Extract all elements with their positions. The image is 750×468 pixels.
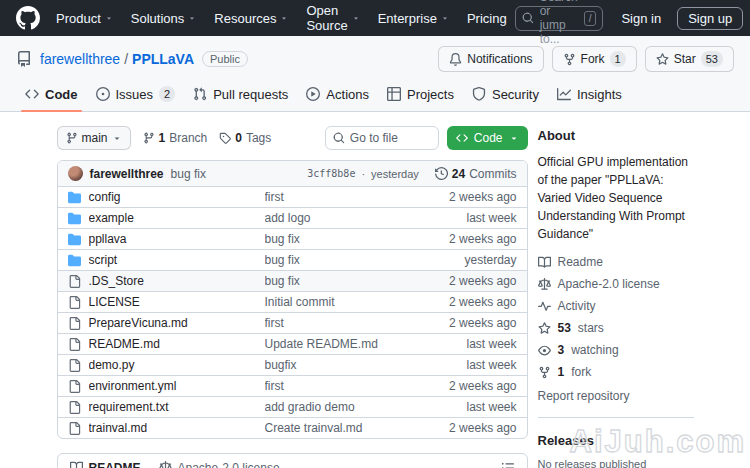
table-row[interactable]: trainval.md Create trainval.md 2 weeks a… — [58, 417, 527, 438]
file-name[interactable]: LICENSE — [89, 295, 257, 309]
releases-empty: No releases published — [538, 458, 694, 468]
star-label: Star — [674, 52, 696, 66]
file-name[interactable]: example — [89, 211, 257, 225]
table-row[interactable]: README.md Update README.md last week — [58, 333, 527, 354]
commit-author[interactable]: farewellthree — [90, 167, 164, 181]
github-logo-icon[interactable] — [16, 6, 40, 30]
eye-icon — [538, 344, 551, 357]
branch-toolbar: main 1 Branch 0 Tags — [57, 126, 528, 150]
sign-in-link[interactable]: Sign in — [621, 11, 661, 26]
file-name[interactable]: environment.yml — [89, 379, 257, 393]
nav-item-enterprise[interactable]: Enterprise — [378, 11, 449, 26]
global-search[interactable]: Search or jump to... / — [515, 6, 604, 31]
file-commit-message[interactable]: bugfix — [265, 358, 414, 372]
tab-pull-requests[interactable]: Pull requests — [184, 78, 297, 111]
repo-name-link[interactable]: PPLLaVA — [132, 51, 194, 67]
notifications-button[interactable]: Notifications — [438, 46, 543, 72]
readme-link[interactable]: Readme — [538, 255, 694, 269]
file-name[interactable]: PrepareVicuna.md — [89, 316, 257, 330]
code-icon — [456, 132, 468, 144]
code-download-button[interactable]: Code — [447, 126, 528, 150]
file-name[interactable]: requirement.txt — [89, 400, 257, 414]
file-commit-message[interactable]: first — [265, 316, 414, 330]
repo-owner-link[interactable]: farewellthree — [40, 51, 120, 67]
nav-item-resources[interactable]: Resources — [214, 11, 288, 26]
tab-security[interactable]: Security — [463, 78, 548, 111]
nav-item-label: Pricing — [467, 11, 507, 26]
file-commit-message[interactable]: add logo — [265, 211, 414, 225]
file-name[interactable]: ppllava — [89, 232, 257, 246]
commit-hash[interactable]: 3cff8b8e — [307, 168, 355, 179]
table-row[interactable]: demo.py bugfix last week — [58, 354, 527, 375]
file-commit-time: last week — [422, 337, 517, 351]
report-repository-link[interactable]: Report repository — [538, 389, 694, 403]
table-row[interactable]: LICENSE Initial commit 2 weeks ago — [58, 291, 527, 312]
file-commit-message[interactable]: first — [265, 379, 414, 393]
table-row[interactable]: config first 2 weeks ago — [58, 186, 527, 207]
watchers-label: watching — [571, 343, 618, 357]
code-column: main 1 Branch 0 Tags — [57, 126, 528, 468]
file-commit-message[interactable]: Initial commit — [265, 295, 414, 309]
notifications-label: Notifications — [467, 52, 532, 66]
nav-item-product[interactable]: Product — [56, 11, 113, 26]
file-name[interactable]: trainval.md — [89, 421, 257, 435]
file-name[interactable]: README.md — [89, 337, 257, 351]
nav-item-open-source[interactable]: Open Source — [306, 3, 359, 33]
site-header: ProductSolutionsResourcesOpen SourceEnte… — [0, 0, 750, 36]
activity-link[interactable]: Activity — [538, 299, 694, 313]
nav-item-solutions[interactable]: Solutions — [131, 11, 196, 26]
file-commit-message[interactable]: bug fix — [265, 274, 414, 288]
sign-up-button[interactable]: Sign up — [677, 7, 743, 30]
sidebar: About Official GPU implementation of the… — [538, 126, 694, 468]
forks-link[interactable]: 1 fork — [538, 365, 694, 379]
file-name[interactable]: config — [89, 190, 257, 204]
commit-message[interactable]: bug fix — [171, 167, 206, 181]
tab-insights[interactable]: Insights — [548, 78, 631, 111]
branches-link[interactable]: 1 Branch — [143, 131, 208, 145]
table-row[interactable]: requirement.txt add gradio demo last wee… — [58, 396, 527, 417]
tags-link[interactable]: 0 Tags — [219, 131, 271, 145]
avatar[interactable] — [68, 166, 83, 181]
file-name[interactable]: .DS_Store — [89, 274, 257, 288]
current-branch: main — [82, 131, 108, 145]
table-row[interactable]: .DS_Store bug fix 2 weeks ago — [58, 270, 527, 291]
table-row[interactable]: ppllava bug fix 2 weeks ago — [58, 228, 527, 249]
tag-icon — [219, 132, 231, 144]
tab-license[interactable]: Apache-2.0 license — [159, 454, 280, 468]
ref-info: 1 Branch 0 Tags — [143, 131, 272, 145]
go-to-file-input[interactable] — [325, 126, 439, 150]
watchers-link[interactable]: 3 watching — [538, 343, 694, 357]
nav-item-pricing[interactable]: Pricing — [467, 11, 507, 26]
nav-item-label: Enterprise — [378, 11, 437, 26]
book-icon — [70, 461, 83, 468]
releases-title[interactable]: Releases — [538, 433, 694, 448]
play-icon — [306, 87, 320, 101]
tab-issues[interactable]: Issues 2 — [87, 78, 185, 111]
fork-label: Fork — [581, 52, 605, 66]
file-commit-message[interactable]: bug fix — [265, 232, 414, 246]
file-commit-message[interactable]: first — [265, 190, 414, 204]
file-commit-time: 2 weeks ago — [422, 190, 517, 204]
tab-readme[interactable]: README — [70, 454, 141, 468]
fork-button[interactable]: Fork 1 — [552, 46, 637, 72]
table-row[interactable]: PrepareVicuna.md first 2 weeks ago — [58, 312, 527, 333]
file-commit-message[interactable]: Create trainval.md — [265, 421, 414, 435]
file-commit-message[interactable]: add gradio demo — [265, 400, 414, 414]
branch-selector[interactable]: main — [57, 126, 131, 150]
file-name[interactable]: demo.py — [89, 358, 257, 372]
file-commit-message[interactable]: Update README.md — [265, 337, 414, 351]
tab-projects[interactable]: Projects — [378, 78, 463, 111]
file-name[interactable]: script — [89, 253, 257, 267]
stars-link[interactable]: 53 stars — [538, 321, 694, 335]
table-row[interactable]: environment.yml first 2 weeks ago — [58, 375, 527, 396]
table-row[interactable]: example add logo last week — [58, 207, 527, 228]
file-commit-message[interactable]: bug fix — [265, 253, 414, 267]
tab-code[interactable]: Code — [16, 78, 87, 111]
tab-actions[interactable]: Actions — [297, 78, 378, 111]
license-link[interactable]: Apache-2.0 license — [538, 277, 694, 291]
outline-icon[interactable] — [501, 461, 515, 468]
go-to-file-field[interactable] — [350, 131, 431, 145]
commit-history-link[interactable]: 24 Commits — [435, 167, 517, 181]
table-row[interactable]: script bug fix yesterday — [58, 249, 527, 270]
star-button[interactable]: Star 53 — [645, 46, 734, 72]
